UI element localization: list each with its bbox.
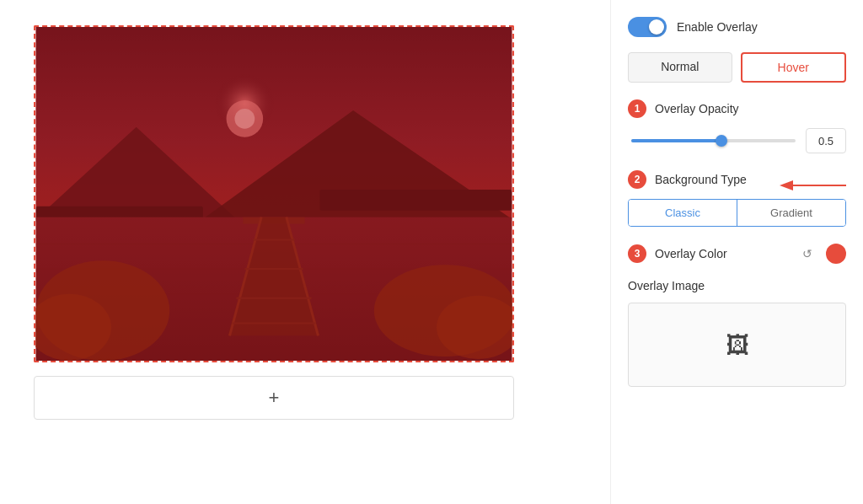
slider-thumb[interactable] (716, 135, 727, 147)
background-type-header: 2 Background Type (628, 170, 846, 189)
enable-overlay-label: Enable Overlay (677, 20, 758, 34)
overlay-image-label: Overlay Image (628, 279, 846, 292)
reset-color-button[interactable]: ↺ (797, 244, 817, 264)
toggle-thumb (649, 19, 664, 35)
opacity-value-box[interactable]: 0.5 (806, 128, 846, 153)
enable-overlay-row: Enable Overlay (628, 17, 846, 37)
opacity-slider-row: 0.5 (628, 128, 846, 153)
image-preview (34, 25, 514, 362)
bg-type-gradient[interactable]: Gradient (737, 200, 845, 226)
bg-type-classic[interactable]: Classic (629, 200, 737, 226)
overlay-image-upload[interactable]: 🖼 (628, 303, 846, 387)
slider-fill (631, 139, 721, 142)
plus-icon: + (269, 387, 280, 409)
add-item-button[interactable]: + (34, 376, 514, 420)
image-placeholder-icon: 🖼 (726, 331, 749, 359)
badge-1: 1 (628, 99, 646, 118)
normal-hover-tab-row: Normal Hover (628, 52, 846, 83)
background-type-label: Background Type (655, 173, 747, 186)
tab-hover[interactable]: Hover (741, 52, 847, 83)
opacity-slider[interactable] (631, 139, 796, 142)
overlay-color-row: 3 Overlay Color ↺ (628, 244, 846, 264)
svg-point-3 (234, 109, 255, 129)
badge-2: 2 (628, 170, 646, 189)
svg-rect-7 (319, 190, 512, 211)
left-panel: + (0, 0, 610, 504)
enable-overlay-toggle[interactable] (628, 17, 667, 37)
right-panel: Enable Overlay Normal Hover 1 Overlay Op… (610, 0, 863, 504)
tab-normal[interactable]: Normal (628, 52, 732, 83)
overlay-opacity-label: Overlay Opacity (655, 102, 739, 115)
badge-3: 3 (628, 244, 646, 263)
overlay-color-label: Overlay Color (655, 247, 789, 260)
overlay-opacity-header: 1 Overlay Opacity (628, 99, 846, 118)
overlay-color-swatch[interactable] (826, 244, 846, 264)
background-type-buttons: Classic Gradient (628, 199, 846, 227)
